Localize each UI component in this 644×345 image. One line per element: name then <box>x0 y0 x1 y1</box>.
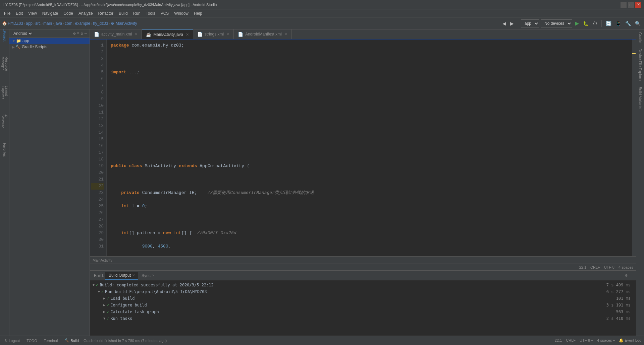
panel-minimize-icon[interactable]: — <box>85 31 87 36</box>
close-button[interactable]: ✕ <box>635 2 641 8</box>
tab-strings-xml[interactable]: 📄 strings.xml ✕ <box>193 29 234 39</box>
tab-close-activity-main[interactable]: ✕ <box>135 32 138 37</box>
right-label-device-file-explorer[interactable]: Device File Explorer <box>637 46 644 84</box>
build-panel-icons: ⚙ — <box>625 272 633 279</box>
resource-manager-icon[interactable]: Resource Manager <box>1 60 9 68</box>
breadcrumb-src[interactable]: src <box>35 21 41 26</box>
menu-file[interactable]: File <box>1 10 13 16</box>
expand-4[interactable]: ▶ <box>103 308 105 315</box>
menu-window[interactable]: Window <box>171 10 191 16</box>
app-folder-icon: 📁 <box>16 39 21 43</box>
run-button[interactable]: ▶ <box>574 19 580 27</box>
bottom-tab-build[interactable]: 🔨 Build <box>62 338 80 343</box>
code-content[interactable]: package com.example.hy_dz03; import ...;… <box>107 40 632 256</box>
expand-3[interactable]: ▶ <box>103 302 105 308</box>
menu-view[interactable]: View <box>25 10 40 16</box>
app-selector[interactable]: app <box>521 19 539 27</box>
menu-code[interactable]: Code <box>61 10 76 16</box>
panel-settings-icon[interactable]: ⚙ <box>81 31 83 36</box>
menu-help[interactable]: Help <box>191 10 205 16</box>
profile-button[interactable]: ⏱ <box>591 20 599 27</box>
expand-1[interactable]: ▼ <box>98 288 100 295</box>
breadcrumb-hydz03[interactable]: HYDZ03 <box>8 21 23 26</box>
menu-edit[interactable]: Edit <box>13 10 25 16</box>
breadcrumb-class[interactable]: ⚙ MainActivity <box>111 21 137 26</box>
search-button[interactable]: 🔍 <box>634 20 642 27</box>
build-time-3: 3 s 191 ms <box>606 302 633 308</box>
favorites-icon[interactable]: Favorites <box>1 146 9 154</box>
status-position[interactable]: 22:1 <box>555 338 562 343</box>
sync-tab-close[interactable]: ✕ <box>152 274 155 277</box>
expand-5[interactable]: ▼ <box>103 315 105 322</box>
breadcrumb-example[interactable]: example <box>75 21 90 26</box>
sync-tab[interactable]: Sync ✕ <box>138 272 158 279</box>
right-label-gradle[interactable]: Gradle <box>637 29 644 46</box>
build-settings-icon[interactable]: ⚙ <box>625 272 628 279</box>
avd-button[interactable]: 📱 <box>614 20 623 27</box>
breadcrumb-main[interactable]: main <box>43 21 52 26</box>
bottom-tab-terminal[interactable]: Terminal <box>42 338 60 343</box>
menu-run[interactable]: Run <box>130 10 143 16</box>
status-crlf[interactable]: CRLF <box>566 338 576 343</box>
menu-build[interactable]: Build <box>116 10 130 16</box>
status-encoding[interactable]: UTF-8 ÷ <box>580 338 593 343</box>
tree-label-app: app <box>22 39 29 43</box>
panel-header-icons: ⚙ ≡ ⚙ — <box>73 31 87 36</box>
event-log[interactable]: 🔔 Event Log <box>619 338 641 343</box>
tab-mainactivity-java[interactable]: ☕ MainActivity.java ✕ <box>142 29 193 39</box>
build-tab-icon: 🔨 <box>64 338 69 343</box>
window-controls: ─ □ ✕ <box>621 2 641 8</box>
menu-refactor[interactable]: Refactor <box>96 10 116 16</box>
app-title: HY-DZ03 [E:\project\Android\5_IrDA\HYDZ0… <box>3 3 217 7</box>
android-view-selector[interactable]: Android <box>12 31 33 36</box>
structure-icon[interactable]: Z-Structure <box>1 117 9 125</box>
tab-androidmanifest-xml[interactable]: 📄 AndroidManifest.xml ✕ <box>234 29 292 39</box>
status-indent[interactable]: 4 spaces ÷ <box>597 338 615 343</box>
right-label-build-variants[interactable]: Build Variants <box>637 84 644 112</box>
tab-close-mainactivity[interactable]: ✕ <box>186 32 189 37</box>
expand-2[interactable]: ▶ <box>103 295 105 302</box>
bottom-tab-todo[interactable]: TODO <box>24 338 39 343</box>
device-selector[interactable]: No devices <box>541 19 572 27</box>
tree-item-gradle[interactable]: ▶ 🔨 Gradle Scripts <box>9 44 90 50</box>
manifest-icon: 📄 <box>238 32 243 37</box>
menu-vcs[interactable]: VCS <box>158 10 172 16</box>
tree-item-app[interactable]: ▼ 📁 app <box>9 38 90 44</box>
tab-close-strings[interactable]: ✕ <box>226 32 229 37</box>
breadcrumb-com[interactable]: com <box>65 21 72 26</box>
menu-bar: File Edit View Navigate Code Analyze Ref… <box>0 9 644 17</box>
expand-0[interactable]: ▼ <box>93 282 95 288</box>
menu-navigate[interactable]: Navigate <box>40 10 61 16</box>
toolbar: 🏠 HYDZ03 › app › src › main › java › com… <box>0 17 644 29</box>
back-button[interactable]: ◀ <box>501 20 507 27</box>
build-text-5: Run tasks <box>110 315 132 322</box>
build-time-1: 6 s 277 ms <box>606 288 633 295</box>
sync-icon[interactable]: ⚙ <box>73 31 75 36</box>
debug-button[interactable]: 🐛 <box>582 20 590 27</box>
project-icon[interactable]: 1:Project <box>1 31 9 39</box>
breadcrumb-java[interactable]: java <box>55 21 62 26</box>
sync-button[interactable]: 🔄 <box>604 20 613 27</box>
right-edge-indicator <box>632 40 636 256</box>
bottom-tab-logcat[interactable]: 6: Logcat <box>3 338 22 343</box>
todo-label: TODO <box>26 339 37 343</box>
minimize-button[interactable]: ─ <box>621 2 627 8</box>
collapse-icon[interactable]: ≡ <box>77 31 79 36</box>
forward-button[interactable]: ▶ <box>509 20 515 27</box>
build-output-tab[interactable]: Build Output ✕ <box>105 272 138 280</box>
tab-activity-main-xml[interactable]: 📄 activity_main.xml ✕ <box>90 29 142 39</box>
breadcrumb-package[interactable]: hy_dz03 <box>93 21 108 26</box>
code-editor[interactable]: 12345 678910 1112131415 1617181920 21222… <box>90 40 636 256</box>
menu-analyze[interactable]: Analyze <box>76 10 96 16</box>
sdk-button[interactable]: 🔧 <box>624 20 632 27</box>
menu-tools[interactable]: Tools <box>143 10 158 16</box>
layout-captures-icon[interactable]: Layout Captures <box>1 88 9 96</box>
build-panel-tabs: Build: Build Output ✕ Sync ✕ ⚙ — <box>90 271 636 280</box>
tab-close-manifest[interactable]: ✕ <box>284 32 287 37</box>
left-sidebar: 1:Project Resource Manager Layout Captur… <box>0 29 9 336</box>
build-minimize-icon[interactable]: — <box>630 272 633 279</box>
build-output-close[interactable]: ✕ <box>132 273 135 277</box>
breadcrumb-project[interactable]: 🏠 <box>2 21 7 26</box>
maximize-button[interactable]: □ <box>628 2 634 8</box>
breadcrumb-app[interactable]: app <box>26 21 33 26</box>
